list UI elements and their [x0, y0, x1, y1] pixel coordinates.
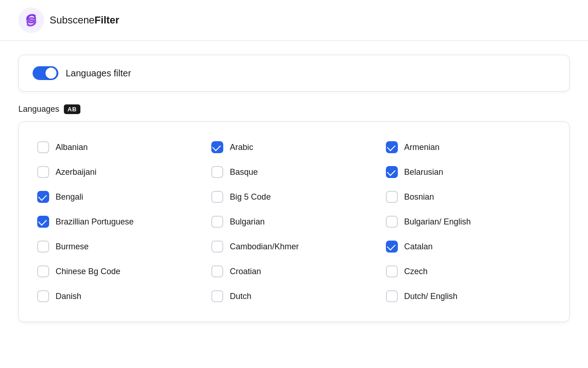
- languages-heading-text: Languages: [18, 104, 59, 114]
- language-name: Catalan: [404, 242, 433, 252]
- language-item: Cambodian/Khmer: [207, 234, 381, 259]
- language-name: Cambodian/Khmer: [230, 242, 299, 252]
- language-checkbox[interactable]: [37, 191, 49, 203]
- language-item: Bulgarian/ English: [381, 209, 555, 234]
- language-checkbox[interactable]: [37, 166, 49, 178]
- language-item: Dutch: [207, 284, 381, 309]
- language-checkbox[interactable]: [386, 216, 398, 228]
- language-name: Danish: [56, 292, 81, 301]
- logo-icon: [18, 7, 44, 33]
- language-checkbox[interactable]: [386, 166, 398, 178]
- language-checkbox[interactable]: [37, 141, 49, 153]
- language-checkbox[interactable]: [386, 191, 398, 203]
- language-checkbox[interactable]: [211, 191, 223, 203]
- language-checkbox[interactable]: [37, 265, 49, 277]
- language-name: Bengali: [56, 192, 83, 202]
- language-list-card: AlbanianArabicArmenianAzerbaijaniBasqueB…: [18, 121, 570, 322]
- language-checkbox[interactable]: [211, 141, 223, 153]
- language-name: Bosnian: [404, 192, 434, 202]
- language-name: Basque: [230, 167, 258, 177]
- language-item: Armenian: [381, 135, 555, 160]
- languages-filter-card: Languages filter: [18, 55, 570, 92]
- language-name: Bulgarian/ English: [404, 217, 471, 227]
- language-name: Belarusian: [404, 167, 443, 177]
- language-name: Dutch: [230, 292, 251, 301]
- language-checkbox[interactable]: [211, 241, 223, 253]
- languages-filter-label: Languages filter: [66, 68, 131, 79]
- language-item: Basque: [207, 160, 381, 184]
- language-checkbox[interactable]: [211, 216, 223, 228]
- language-name: Big 5 Code: [230, 192, 271, 202]
- language-item: Arabic: [207, 135, 381, 160]
- language-item: Dutch/ English: [381, 284, 555, 309]
- language-name: Croatian: [230, 267, 261, 276]
- language-item: Catalan: [381, 234, 555, 259]
- language-name: Albanian: [56, 143, 88, 152]
- language-name: Arabic: [230, 143, 253, 152]
- language-checkbox[interactable]: [386, 141, 398, 153]
- logo-container: SubsceneFilter: [18, 7, 119, 33]
- main-content: Languages filter Languages AB AlbanianAr…: [0, 41, 588, 336]
- language-name: Bulgarian: [230, 217, 265, 227]
- language-checkbox[interactable]: [37, 216, 49, 228]
- language-item: Bulgarian: [207, 209, 381, 234]
- language-checkbox[interactable]: [211, 265, 223, 277]
- language-name: Czech: [404, 267, 428, 276]
- language-item: Czech: [381, 259, 555, 284]
- language-name: Dutch/ English: [404, 292, 458, 301]
- language-checkbox[interactable]: [386, 241, 398, 253]
- language-checkbox[interactable]: [211, 166, 223, 178]
- language-item: Danish: [33, 284, 207, 309]
- language-checkbox[interactable]: [211, 290, 223, 302]
- language-item: Big 5 Code: [207, 184, 381, 209]
- language-item: Croatian: [207, 259, 381, 284]
- language-checkbox[interactable]: [386, 290, 398, 302]
- language-checkbox[interactable]: [386, 265, 398, 277]
- language-item: Azerbaijani: [33, 160, 207, 184]
- language-name: Chinese Bg Code: [56, 267, 120, 276]
- languages-filter-toggle[interactable]: [33, 66, 58, 80]
- language-item: Chinese Bg Code: [33, 259, 207, 284]
- language-name: Brazillian Portuguese: [56, 217, 134, 227]
- language-name: Azerbaijani: [56, 167, 96, 177]
- language-item: Bengali: [33, 184, 207, 209]
- brand-name: SubsceneFilter: [50, 14, 119, 26]
- language-grid: AlbanianArabicArmenianAzerbaijaniBasqueB…: [33, 135, 555, 309]
- languages-heading: Languages AB: [18, 104, 570, 114]
- language-item: Burmese: [33, 234, 207, 259]
- language-item: Brazillian Portuguese: [33, 209, 207, 234]
- ab-badge: AB: [64, 104, 80, 114]
- language-item: Albanian: [33, 135, 207, 160]
- language-checkbox[interactable]: [37, 290, 49, 302]
- header: SubsceneFilter: [0, 0, 588, 41]
- language-item: Bosnian: [381, 184, 555, 209]
- language-item: Belarusian: [381, 160, 555, 184]
- language-name: Burmese: [56, 242, 89, 252]
- language-checkbox[interactable]: [37, 241, 49, 253]
- language-name: Armenian: [404, 143, 440, 152]
